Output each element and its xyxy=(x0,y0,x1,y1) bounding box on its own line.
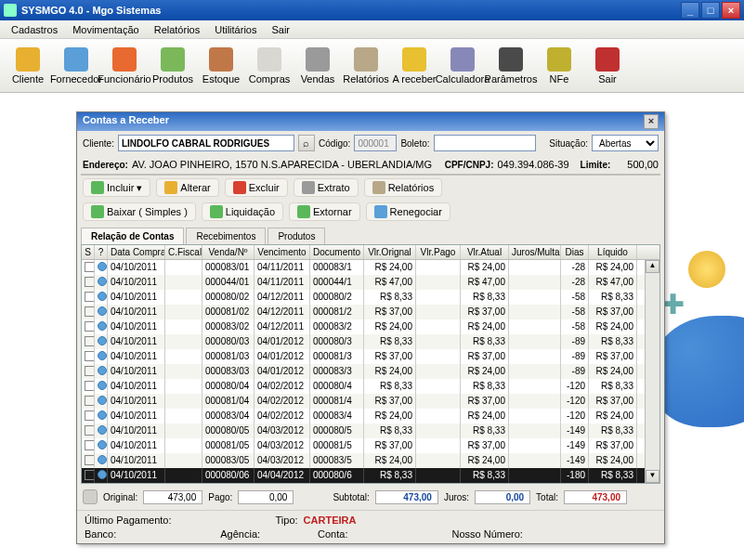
alterar-button[interactable]: Alterar xyxy=(156,178,218,197)
table-row[interactable]: 04/10/2011000083/0404/02/2012000083/4R$ … xyxy=(82,409,645,423)
column-header[interactable]: Venda/Nº xyxy=(202,245,255,259)
column-header[interactable]: Dias xyxy=(561,245,589,259)
table-row[interactable]: 04/10/2011000083/0504/03/2012000083/5R$ … xyxy=(82,453,645,468)
total-label: Total: xyxy=(536,492,558,502)
totals-bar: Original: 473,00 Pago: 0,00 Subtotal: 47… xyxy=(77,484,664,510)
total-value: 473,00 xyxy=(564,490,627,504)
window-titlebar: SYSMGO 4.0 - Mgo Sistemas _ □ × xyxy=(0,0,744,20)
boleto-field[interactable] xyxy=(434,135,536,151)
table-row[interactable]: 04/10/2011000080/0504/03/2012000080/5R$ … xyxy=(82,423,645,438)
agencia-label: Agência: xyxy=(220,528,260,540)
column-header[interactable]: Líquido xyxy=(589,245,637,259)
toolbar-relatórios[interactable]: Relatórios xyxy=(342,41,390,90)
menu-relatórios[interactable]: Relatórios xyxy=(147,22,208,37)
cpfcnpj-label: CPF/CNPJ: xyxy=(445,160,494,170)
table-row[interactable]: 04/10/2011000081/0404/02/2012000081/4R$ … xyxy=(82,394,645,409)
menu-utilitários[interactable]: Utilitários xyxy=(207,22,264,37)
column-header[interactable]: C.Fiscal xyxy=(165,245,202,259)
column-header[interactable]: Data Compra xyxy=(108,245,165,259)
toolbar-parâmetros[interactable]: Parâmetros xyxy=(487,41,535,90)
document-icon xyxy=(302,181,315,194)
table-row[interactable]: 04/10/2011000083/0104/11/2011000083/1R$ … xyxy=(82,260,645,275)
toolbar-icon xyxy=(354,47,378,72)
liquidacao-button[interactable]: Liquidação xyxy=(202,202,283,221)
scroll-down-icon[interactable]: ▼ xyxy=(646,470,659,483)
table-row[interactable]: 04/10/2011000083/0304/01/2012000083/3R$ … xyxy=(82,364,645,379)
toolbar-funcionário[interactable]: Funcionário xyxy=(100,41,149,90)
double-arrow-down-icon xyxy=(210,205,223,218)
column-header[interactable]: Vlr.Orignal xyxy=(364,245,416,259)
table-row[interactable]: 04/10/2011000080/0604/04/2012000080/6R$ … xyxy=(82,468,645,483)
minimize-button[interactable]: _ xyxy=(681,2,699,19)
toolbar-icon xyxy=(306,47,330,72)
table-row[interactable]: 04/10/2011000083/0204/12/2011000083/2R$ … xyxy=(82,319,645,334)
toolbar-icon xyxy=(64,47,88,72)
column-header[interactable]: Vencimento xyxy=(255,245,310,259)
menu-sair[interactable]: Sair xyxy=(264,22,297,37)
scroll-up-icon[interactable]: ▲ xyxy=(646,260,659,273)
edit-icon xyxy=(164,181,177,194)
toolbar-sair[interactable]: Sair xyxy=(583,41,632,90)
window-title: SYSMGO 4.0 - Mgo Sistemas xyxy=(21,5,161,16)
toolbar-icon xyxy=(161,47,185,72)
situacao-label: Situação: xyxy=(549,138,588,149)
toolbar-nfe[interactable]: NFe xyxy=(535,41,583,90)
toolbar-calculadora[interactable]: Calculadora xyxy=(438,41,487,90)
table-row[interactable]: 04/10/2011000080/0204/12/2011000080/2R$ … xyxy=(82,290,645,305)
incluir-button[interactable]: Incluir ▾ xyxy=(83,178,150,197)
table-row[interactable]: 04/10/2011000044/0104/11/2011000044/1R$ … xyxy=(82,275,645,290)
toolbar-cliente[interactable]: Cliente xyxy=(4,41,52,90)
renegociar-button[interactable]: Renegociar xyxy=(366,202,450,221)
column-header[interactable]: ? xyxy=(95,245,108,259)
close-button[interactable]: × xyxy=(722,2,740,19)
extrato-button[interactable]: Extrato xyxy=(294,178,359,197)
delete-icon xyxy=(233,181,246,194)
table-row[interactable]: 04/10/2011000081/0204/12/2011000081/2R$ … xyxy=(82,305,645,319)
background-globe-icon xyxy=(651,316,744,427)
endereco-label: Endereço: xyxy=(83,160,128,170)
column-header[interactable]: Documento xyxy=(310,245,364,259)
toolbar-compras[interactable]: Compras xyxy=(245,41,294,90)
table-row[interactable]: 04/10/2011000080/0404/02/2012000080/4R$ … xyxy=(82,379,645,394)
maximize-button[interactable]: □ xyxy=(701,2,720,19)
tab-2[interactable]: Produtos xyxy=(268,228,325,244)
banco-label: Banco: xyxy=(85,528,116,540)
toolbar-estoque[interactable]: Estoque xyxy=(197,41,245,90)
juros-label: Juros: xyxy=(444,492,469,502)
tab-1[interactable]: Recebimentos xyxy=(186,228,266,244)
column-header[interactable]: Vlr.Pago xyxy=(416,245,461,259)
dialog-tabs: Relação de ContasRecebimentosProdutos xyxy=(81,228,660,244)
situacao-select[interactable]: Abertas xyxy=(592,135,659,151)
table-row[interactable]: 04/10/2011000081/0304/01/2012000081/3R$ … xyxy=(82,349,645,364)
arrow-down-icon xyxy=(91,205,104,218)
toolbar-a receber[interactable]: A receber xyxy=(390,41,438,90)
column-header[interactable]: S xyxy=(82,245,95,259)
dialog-title: Contas a Receber xyxy=(83,114,169,129)
column-header[interactable]: Vlr.Atual xyxy=(461,245,509,259)
table-row[interactable]: 04/10/2011000081/0504/03/2012000081/5R$ … xyxy=(82,438,645,453)
dialog-footer: Último Pagamento: Tipo: CARTEIRA Banco: … xyxy=(77,510,664,543)
toolbar-icon xyxy=(595,47,620,72)
toolbar-vendas[interactable]: Vendas xyxy=(294,41,342,90)
dialog-titlebar[interactable]: Contas a Receber × xyxy=(77,112,664,131)
tipo-value: CARTEIRA xyxy=(304,514,357,526)
dialog-close-button[interactable]: × xyxy=(644,114,659,129)
table-row[interactable]: 04/10/2011000080/0304/01/2012000080/3R$ … xyxy=(82,334,645,349)
tab-0[interactable]: Relação de Contas xyxy=(81,228,184,244)
menu-cadastros[interactable]: Cadastros xyxy=(4,22,65,37)
grid-header: S?Data CompraC.FiscalVenda/NºVencimentoD… xyxy=(82,245,659,260)
menu-bar: CadastrosMovimentaçãoRelatóriosUtilitári… xyxy=(0,20,744,39)
baixar-button[interactable]: Baixar ( Simples ) xyxy=(83,202,196,221)
codigo-field xyxy=(354,135,397,151)
toolbar-fornecedor[interactable]: Fornecedor xyxy=(52,41,100,90)
relatorios-button[interactable]: Relatórios xyxy=(364,178,443,197)
menu-movimentação[interactable]: Movimentação xyxy=(65,22,147,37)
toolbar-produtos[interactable]: Produtos xyxy=(149,41,197,90)
excluir-button[interactable]: Excluir xyxy=(225,178,288,197)
column-header[interactable]: Juros/Multa xyxy=(509,245,561,259)
extornar-button[interactable]: Extornar xyxy=(289,202,360,221)
cliente-field[interactable] xyxy=(118,135,294,151)
renegociar-icon xyxy=(374,205,387,218)
cliente-lookup-button[interactable]: ⌕ xyxy=(298,135,315,151)
grid-scrollbar[interactable]: ▲ ▼ xyxy=(645,260,659,483)
